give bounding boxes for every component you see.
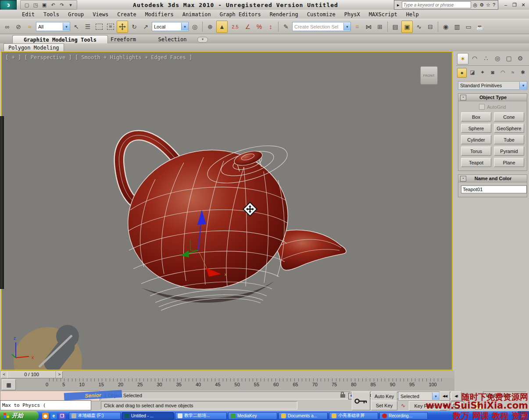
keyboard-shortcut-override-button[interactable]: ▲ (216, 21, 228, 33)
media-player-icon[interactable]: ◉ (42, 413, 49, 419)
start-button[interactable]: 开始 (0, 411, 39, 420)
reference-coordinate-dropdown[interactable]: Local ▾ (152, 22, 189, 31)
primitive-category-dropdown[interactable]: Standard Primitives ▾ (458, 81, 527, 90)
spacewarps-category-icon[interactable]: ≈ (508, 68, 517, 77)
application-menu-button[interactable]: ϶ (0, 0, 17, 10)
select-and-link-icon[interactable]: ∞ (2, 21, 12, 32)
taskbar-item-disk[interactable]: 本地磁盘 (F:) (69, 412, 121, 420)
curve-editor-icon[interactable]: ∿ (414, 21, 424, 32)
ie-icon[interactable]: e (50, 413, 57, 419)
menu-help[interactable]: Help (402, 11, 423, 18)
set-key-button[interactable]: Set Key (371, 401, 397, 410)
menu-rendering[interactable]: Rendering (265, 11, 303, 18)
key-mode-dropdown[interactable]: Selected ▾ (398, 392, 440, 401)
perspective-viewport[interactable]: [ + ] [ Perspective ] [ Smooth + Highlig… (1, 51, 453, 370)
hierarchy-tab-icon[interactable]: ∴ (481, 53, 491, 64)
time-next-button[interactable]: > (56, 371, 63, 378)
mini-curve-editor-button[interactable]: ▦ (2, 379, 16, 390)
open-file-icon[interactable]: ◳ (32, 1, 39, 8)
menu-group[interactable]: Group (64, 11, 88, 18)
named-selection-set-dropdown[interactable]: Create Selection Sel ▾ (292, 22, 351, 31)
align-icon[interactable]: ⊞ (375, 21, 385, 32)
menu-edit[interactable]: Edit (18, 11, 39, 18)
geometry-category-icon[interactable]: ● (457, 68, 467, 78)
create-tab-icon[interactable]: ✶ (457, 53, 468, 64)
material-editor-icon[interactable]: ◉ (440, 21, 451, 32)
menu-views[interactable]: Views (88, 11, 113, 18)
taskbar-item-word[interactable]: 教学二部培... (175, 412, 227, 420)
display-tab-icon[interactable]: ▢ (504, 53, 514, 64)
box-button[interactable]: Box (461, 112, 491, 121)
chevron-down-icon[interactable]: ▾ (63, 23, 70, 30)
taskbar-item-recording[interactable]: Recording... (379, 412, 428, 420)
tab-freeform[interactable]: Freeform (96, 35, 151, 43)
layer-manager-icon[interactable]: ▤ (390, 21, 400, 32)
tab-polygon-modeling[interactable]: Polygon Modeling (4, 43, 64, 52)
select-by-name-icon[interactable]: ☰ (82, 21, 93, 32)
menu-modifiers[interactable]: Modifiers (141, 11, 178, 18)
edit-named-selection-sets-icon[interactable]: ✎ (281, 21, 291, 32)
undo-icon[interactable]: ↶ (50, 1, 57, 8)
select-and-rotate-icon[interactable]: ↻ (129, 21, 139, 32)
systems-category-icon[interactable]: ✱ (518, 68, 527, 77)
graphite-modeling-toggle-button[interactable]: ▣ (401, 21, 413, 33)
motion-tab-icon[interactable]: ◎ (492, 53, 503, 64)
lights-category-icon[interactable]: ✦ (478, 68, 487, 77)
taskbar-item-documents[interactable]: Documents a... (279, 412, 328, 420)
collapse-icon[interactable]: - (460, 176, 466, 182)
show-desktop-icon[interactable]: ❐ (59, 413, 65, 419)
measure-distance-icon[interactable]: ≡ (352, 21, 362, 32)
floating-toolbar-edge[interactable] (0, 116, 4, 289)
search-input[interactable] (402, 1, 471, 8)
set-keys-button-big[interactable] (352, 392, 370, 410)
percent-snap-icon[interactable]: % (254, 21, 264, 32)
cone-button[interactable]: Cone (494, 112, 524, 121)
tab-selection[interactable]: Selection (145, 35, 200, 43)
cylinder-button[interactable]: Cylinder (461, 135, 491, 144)
utilities-tab-icon[interactable]: ⚙ (515, 53, 525, 64)
object-type-header[interactable]: - Object Type (458, 94, 527, 101)
menu-tools[interactable]: Tools (39, 11, 64, 18)
restore-button[interactable]: ❐ (511, 2, 518, 8)
menu-customize[interactable]: Customize (303, 11, 340, 18)
window-crossing-icon[interactable] (105, 21, 116, 32)
pyramid-button[interactable]: Pyramid (494, 146, 524, 156)
name-color-header[interactable]: - Name and Color (458, 175, 527, 182)
autogrid-checkbox[interactable] (479, 104, 485, 110)
menu-graph-editors[interactable]: Graph Editors (215, 11, 265, 18)
angle-snap-icon[interactable]: ∠ (243, 21, 253, 32)
subscription-wrench-icon[interactable]: ⚙ (479, 2, 484, 8)
teapot-model[interactable] (117, 135, 346, 310)
time-prev-button[interactable]: < (1, 371, 7, 378)
go-to-start-button[interactable]: ◀◀ (440, 392, 450, 401)
selection-filter-dropdown[interactable]: All ▾ (36, 22, 70, 31)
help-icon[interactable]: ? (493, 2, 495, 7)
shapes-category-icon[interactable]: ◪ (468, 68, 477, 77)
close-button[interactable]: ✕ (520, 2, 526, 8)
select-and-scale-icon[interactable]: ↗ (140, 21, 151, 32)
qat-dropdown-icon[interactable]: ▾ (67, 1, 74, 8)
menu-animation[interactable]: Animation (178, 11, 215, 18)
taskbar-item-3dsmax[interactable]: Untitled - ... (122, 412, 174, 420)
teapot-button[interactable]: Teapot (461, 158, 491, 167)
render-setup-icon[interactable]: ▥ (452, 21, 462, 32)
schematic-view-icon[interactable]: ⊟ (425, 21, 436, 32)
redo-icon[interactable]: ↷ (58, 1, 65, 8)
taskbar-item-mediakey[interactable]: MediaKey (228, 412, 277, 420)
menu-physx[interactable]: PhysX (340, 11, 365, 18)
rectangular-selection-region-icon[interactable] (94, 21, 104, 32)
plane-button[interactable]: Plane (494, 158, 524, 167)
modify-tab-icon[interactable]: ◠ (469, 53, 480, 64)
rendered-frame-window-icon[interactable]: ▭ (463, 21, 474, 32)
bind-to-space-warp-icon[interactable]: ≈ (25, 21, 35, 32)
time-slider-track[interactable]: < 0 / 100 > (0, 370, 454, 379)
menu-create[interactable]: Create (113, 11, 140, 18)
select-and-move-button[interactable] (117, 21, 128, 33)
unlink-selection-icon[interactable]: ⊘ (13, 21, 24, 32)
chevron-down-icon[interactable]: ▾ (181, 23, 188, 30)
spinner-snap-icon[interactable]: ↕ (265, 21, 276, 32)
select-object-icon[interactable]: ↖ (71, 21, 82, 32)
geosphere-button[interactable]: GeoSphere (494, 124, 524, 133)
torus-button[interactable]: Torus (461, 146, 491, 156)
new-file-icon[interactable]: ▢ (23, 1, 30, 8)
